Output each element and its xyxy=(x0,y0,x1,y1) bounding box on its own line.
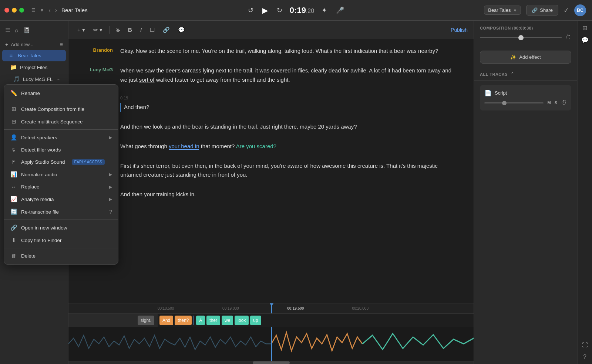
notebook-icon[interactable]: 📓 xyxy=(23,27,30,34)
panel-side-icons xyxy=(483,26,488,33)
menu-item-retranscribe[interactable]: 🔄 Re-transcribe file ? xyxy=(4,205,118,218)
track-slider-thumb[interactable] xyxy=(502,101,507,105)
composition-icon: ⊞ xyxy=(10,106,17,112)
mute-button[interactable]: M xyxy=(547,101,551,105)
track-volume-slider[interactable] xyxy=(484,102,544,103)
menu-item-delete[interactable]: 🗑 Delete xyxy=(4,250,118,262)
comment-button[interactable]: 💬 xyxy=(175,25,188,35)
menu-item-replace[interactable]: ↔ Replace ▶ xyxy=(4,181,118,193)
scrollbar-thumb[interactable] xyxy=(253,361,290,364)
effects-button[interactable]: ✦ xyxy=(320,5,329,16)
aspect-ratio-icon[interactable]: ⛶ xyxy=(582,342,588,348)
pen-button[interactable]: ✏ ▾ xyxy=(90,25,105,35)
script-block-1: Brandon Okay. Now set the scene for me. … xyxy=(83,47,459,56)
word-chip-ther: ther xyxy=(206,316,220,325)
menu-item-create-multitrack[interactable]: ⊟ Create multitrack Sequence xyxy=(4,115,118,128)
help-icon[interactable]: ? xyxy=(583,354,586,360)
layout-icon[interactable]: ⊞ xyxy=(582,24,587,31)
timer-icon[interactable]: ⏱ xyxy=(565,34,571,41)
rewind-button[interactable]: ↺ xyxy=(246,5,255,16)
back-button[interactable]: ‹ xyxy=(48,7,50,14)
box-button[interactable]: ☐ xyxy=(147,25,158,35)
submenu-arrow-normalize: ▶ xyxy=(109,172,112,177)
play-button[interactable]: ▶ xyxy=(261,4,269,16)
menu-item-copy-finder[interactable]: ⬇ Copy file to Finder xyxy=(4,234,118,246)
track-timer-icon[interactable]: ⏱ xyxy=(561,99,567,106)
script-text-5: What goes through your head in that mome… xyxy=(120,142,459,151)
word-chip-look: look xyxy=(235,316,249,325)
playhead-triangle xyxy=(270,303,273,306)
script-text-4: And then we look up and the bear is stan… xyxy=(120,122,459,132)
rename-icon: ✏️ xyxy=(10,90,17,96)
publish-button[interactable]: Publish xyxy=(451,27,468,33)
strikethrough-button[interactable]: S̶ xyxy=(113,25,123,35)
word-chip-a: A xyxy=(196,316,205,325)
speakers-icon: 👤 xyxy=(10,134,17,141)
menu-item-apply-studio[interactable]: 🎚 Apply Studio Sound EARLY ACCESS xyxy=(4,156,118,168)
sidebar-item-lucy-file[interactable]: 🎵 Lucy McG.FL ··· xyxy=(2,73,66,85)
timeline-words: sight. And then? A ther we look up xyxy=(68,314,474,327)
composition-slider-thumb[interactable] xyxy=(518,35,524,40)
script-track: 📄 Script M S ⏱ xyxy=(480,85,571,110)
avatar: BC xyxy=(574,4,586,16)
italic-button[interactable]: I xyxy=(137,25,145,34)
word-chip-sight: sight. xyxy=(138,316,154,325)
word-chip-and: And xyxy=(159,316,173,325)
menu-icon[interactable]: ☰ xyxy=(5,27,10,34)
replace-icon: ↔ xyxy=(10,184,17,190)
add-effect-button[interactable]: ✨ Add effect xyxy=(480,51,571,64)
script-block-3: 0:19 And then? xyxy=(83,95,459,112)
menu-item-create-composition[interactable]: ⊞ Create Composition from file xyxy=(4,103,118,115)
forward-button[interactable]: › xyxy=(55,7,57,14)
add-button[interactable]: + ▾ xyxy=(74,25,88,35)
document-icon[interactable]: ≡ xyxy=(31,6,36,14)
waveform-left xyxy=(68,327,271,361)
project-selector[interactable]: Bear Tales ▼ xyxy=(484,6,521,15)
sidebar-item-project-files[interactable]: 📁 Project Files xyxy=(2,61,66,73)
composition-slider[interactable] xyxy=(480,37,562,38)
right-panel: COMPOSITION (00:00:38) ⏱ ✨ Add effect AL… xyxy=(474,21,577,364)
mic-button[interactable]: 🎤 xyxy=(334,5,346,16)
script-text-7: And then your training kicks in. xyxy=(120,190,459,199)
timeline-scrollbar[interactable] xyxy=(68,361,474,364)
script-text-3: 0:19 And then? xyxy=(120,95,459,112)
search-icon[interactable]: ⌕ xyxy=(15,27,18,34)
timeline-left-section: sight. xyxy=(68,314,158,327)
close-button[interactable] xyxy=(4,8,9,13)
menu-item-rename[interactable]: ✏️ Rename xyxy=(4,87,118,99)
retranscribe-icon: 🔄 xyxy=(10,208,17,215)
playhead-waveform xyxy=(271,327,272,361)
add-new-button[interactable]: + Add new... ≡ xyxy=(0,39,68,50)
analyze-icon: 📈 xyxy=(10,196,17,203)
early-access-badge: EARLY ACCESS xyxy=(72,159,105,165)
bold-button[interactable]: B xyxy=(125,25,135,34)
studio-icon: 🎚 xyxy=(10,159,17,165)
script-text-2: When we saw the deer's carcass lying nex… xyxy=(120,66,459,85)
check-button[interactable]: ✓ xyxy=(564,6,569,14)
titlebar-center: ↺ ▶ ↻ 0:19.20 ✦ 🎤 xyxy=(246,4,346,16)
fast-forward-button[interactable]: ↻ xyxy=(275,5,284,16)
link-button[interactable]: 🔗 xyxy=(160,25,173,35)
script-track-title: Script xyxy=(495,90,507,96)
menu-item-open-window[interactable]: 🔗 Open in new window xyxy=(4,221,118,234)
timer-display: 0:19.20 xyxy=(290,6,314,15)
waveform-right xyxy=(271,327,474,361)
titlebar-left-controls: ≡ ▼ ‹ › Bear Tales xyxy=(31,6,88,14)
sidebar-item-bear-tales[interactable]: ≡ Bear Tales xyxy=(2,50,66,61)
right-panel-header: COMPOSITION (00:00:38) ⏱ xyxy=(474,21,577,46)
solo-button[interactable]: S xyxy=(555,101,557,105)
composition-title: COMPOSITION (00:00:38) xyxy=(480,26,571,30)
traffic-lights xyxy=(4,8,24,13)
ruler-mark-4: 00:20.000 xyxy=(352,306,369,310)
menu-item-normalize[interactable]: 📊 Normalize audio ▶ xyxy=(4,168,118,181)
chat-icon[interactable]: 💬 xyxy=(581,37,589,44)
menu-item-analyze[interactable]: 📈 Analyze media ▶ xyxy=(4,193,118,205)
menu-item-detect-speakers[interactable]: 👤 Detect speakers ▶ xyxy=(4,131,118,144)
context-menu: ✏️ Rename ⊞ Create Composition from file… xyxy=(4,84,118,265)
menu-item-detect-filler[interactable]: 🎙 Detect filler words xyxy=(4,144,118,156)
script-track-header: 📄 Script xyxy=(484,89,567,96)
filler-icon: 🎙 xyxy=(10,147,17,153)
share-button[interactable]: 🔗 Share xyxy=(526,5,558,16)
minimize-button[interactable] xyxy=(12,8,17,13)
fullscreen-button[interactable] xyxy=(19,8,24,13)
